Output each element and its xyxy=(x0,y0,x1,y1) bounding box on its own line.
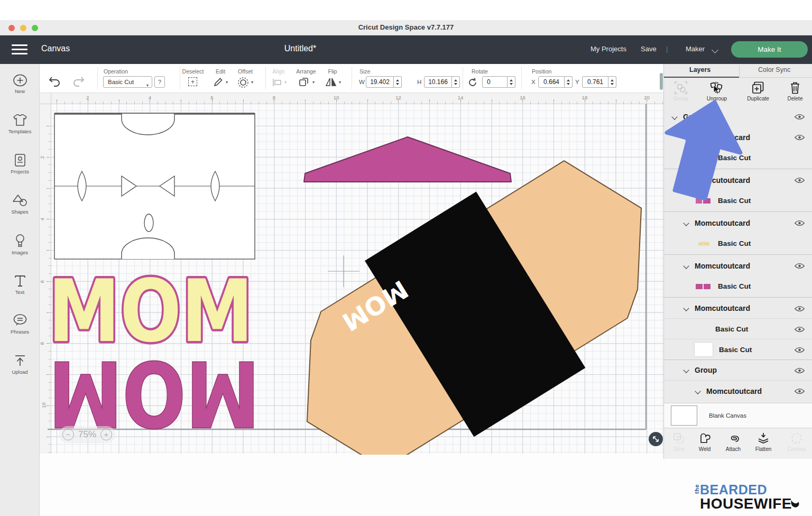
visibility-eye-icon[interactable] xyxy=(794,113,805,121)
header-divider: | xyxy=(666,45,668,53)
zoom-in-icon[interactable]: + xyxy=(100,429,112,440)
visibility-eye-icon[interactable] xyxy=(794,262,805,270)
visibility-eye-icon[interactable] xyxy=(794,134,805,141)
tab-color-sync[interactable]: Color Sync xyxy=(758,66,790,73)
chevron-down-icon[interactable] xyxy=(695,388,700,394)
visibility-eye-icon[interactable] xyxy=(794,219,805,227)
rotate-stepper[interactable] xyxy=(508,76,515,88)
width-input[interactable]: 19.402 xyxy=(366,76,394,88)
logo-line-2: HOUSEWIFE xyxy=(700,496,792,511)
group-button[interactable]: Group xyxy=(664,81,698,102)
y-position-input[interactable]: 0.761 xyxy=(582,76,608,88)
deselect-icon[interactable]: + xyxy=(188,77,197,86)
make-it-button[interactable]: Make It xyxy=(731,41,808,58)
layer-row-basic-cut[interactable]: Basic Cut xyxy=(664,319,812,339)
layer-row-basic-cut[interactable]: Basic Cut xyxy=(664,190,812,211)
rotate-input[interactable]: 0 xyxy=(482,76,508,88)
x-position-stepper[interactable] xyxy=(565,76,573,88)
phrases-icon xyxy=(13,314,27,327)
chevron-down-icon[interactable] xyxy=(683,305,689,311)
visibility-eye-icon[interactable] xyxy=(794,177,805,184)
layer-row-basic-cut[interactable]: Basic Cut xyxy=(664,276,812,297)
macos-titlebar: Cricut Design Space v7.7.177 xyxy=(0,20,812,35)
sidebar-item-new[interactable]: New xyxy=(0,74,40,94)
save-link[interactable]: Save xyxy=(641,45,657,53)
contour-button[interactable]: Contour xyxy=(783,432,810,452)
tab-layers[interactable]: Layers xyxy=(689,66,710,73)
sidebar-item-text[interactable]: Text xyxy=(0,274,40,295)
blank-canvas-row[interactable]: Blank Canvas xyxy=(664,403,812,428)
diagonal-arrows-icon xyxy=(652,435,660,443)
slice-button[interactable]: Slice xyxy=(665,432,693,452)
visibility-eye-icon[interactable] xyxy=(794,367,805,374)
arrange-icon[interactable] xyxy=(299,77,309,87)
layer-row-momcutoutcard[interactable]: Momcutoutcard xyxy=(664,255,812,276)
chevron-down-icon[interactable] xyxy=(683,134,689,140)
chevron-down-icon[interactable] xyxy=(683,220,689,226)
align-icon[interactable] xyxy=(272,78,282,87)
chevron-down-icon[interactable] xyxy=(683,367,689,373)
blank-canvas-label: Blank Canvas xyxy=(709,412,746,419)
sidebar-item-projects[interactable]: Projects xyxy=(0,153,40,174)
edit-pencil-icon[interactable] xyxy=(213,77,224,87)
height-stepper[interactable] xyxy=(452,76,460,88)
toolbar-scroll-nub xyxy=(660,73,663,90)
attach-icon xyxy=(726,432,741,445)
attach-button[interactable]: Attach xyxy=(719,432,747,452)
visibility-eye-icon[interactable] xyxy=(794,346,805,354)
flip-icon[interactable] xyxy=(325,77,337,87)
caret-down-icon[interactable]: ▾ xyxy=(339,80,341,85)
operation-help-button[interactable]: ? xyxy=(154,76,165,88)
caret-down-icon[interactable]: ▾ xyxy=(226,80,228,85)
sidebar-item-phrases[interactable]: Phrases xyxy=(0,314,40,335)
layer-row-momcutoutcard[interactable]: Momcutoutcard xyxy=(664,381,812,401)
layer-row-momcutoutcard[interactable]: Momcutoutcard xyxy=(664,298,812,319)
layer-row-basic-cut[interactable]: Basic Cut xyxy=(664,339,812,360)
offset-icon[interactable] xyxy=(237,77,249,88)
vertical-ruler: 2 4 6 8 10 xyxy=(40,104,51,454)
y-position-stepper[interactable] xyxy=(608,76,616,88)
document-title[interactable]: Untitled* xyxy=(0,44,601,53)
layers-list: Group Momcutoutcard Basic Cut Momcutoutc… xyxy=(664,106,812,401)
delete-button[interactable]: Delete xyxy=(778,81,812,102)
visibility-eye-icon[interactable] xyxy=(794,326,805,333)
flatten-button[interactable]: Flatten xyxy=(750,432,777,452)
redo-icon[interactable] xyxy=(72,76,85,87)
ungroup-button[interactable]: Ungroup xyxy=(700,81,734,102)
rotate-icon[interactable] xyxy=(467,77,478,88)
duplicate-button[interactable]: Duplicate xyxy=(741,81,775,102)
weld-button[interactable]: Weld xyxy=(691,432,718,452)
layer-row-basic-cut[interactable]: MOM Basic Cut xyxy=(664,233,812,254)
layer-row-group[interactable]: Group xyxy=(664,360,812,381)
sidebar-item-images[interactable]: Images xyxy=(0,234,40,255)
caret-down-icon[interactable]: ▾ xyxy=(251,80,253,85)
layer-row-momcutoutcard[interactable]: Momcutoutcard xyxy=(664,127,812,148)
sidebar-item-shapes[interactable]: Shapes xyxy=(0,194,40,215)
height-input[interactable]: 10.166 xyxy=(424,76,452,88)
zoom-level: 75% xyxy=(78,429,96,440)
visibility-eye-icon[interactable] xyxy=(794,305,805,312)
chevron-down-icon[interactable] xyxy=(683,177,689,183)
sidebar-item-upload[interactable]: Upload xyxy=(0,354,40,375)
canvas-resize-handle[interactable] xyxy=(649,432,663,446)
layer-row-momcutoutcard[interactable]: Momcutoutcard xyxy=(664,213,812,233)
flip-label: Flip xyxy=(328,68,337,75)
layer-row-basic-cut[interactable]: Basic Cut xyxy=(664,148,812,168)
visibility-eye-icon[interactable] xyxy=(794,388,805,395)
layer-row-momcutoutcard[interactable]: Momcutoutcard xyxy=(664,170,812,190)
zoom-out-icon[interactable]: − xyxy=(62,429,74,440)
operation-select[interactable]: Basic Cut ▾ xyxy=(103,76,152,88)
my-projects-link[interactable]: My Projects xyxy=(590,45,626,53)
caret-down-icon[interactable]: ▾ xyxy=(312,80,315,85)
machine-select[interactable]: Maker xyxy=(686,45,705,53)
x-position-input[interactable]: 0.664 xyxy=(538,76,565,88)
sidebar-item-templates[interactable]: Templates xyxy=(0,113,40,134)
undo-icon[interactable] xyxy=(49,76,61,87)
weld-icon xyxy=(698,432,711,445)
chevron-down-icon[interactable] xyxy=(671,114,677,119)
chevron-down-icon[interactable] xyxy=(683,263,689,269)
contour-icon xyxy=(790,432,803,445)
edit-label: Edit xyxy=(216,68,225,75)
width-stepper[interactable] xyxy=(394,76,402,88)
layer-row-group[interactable]: Group xyxy=(664,106,812,127)
